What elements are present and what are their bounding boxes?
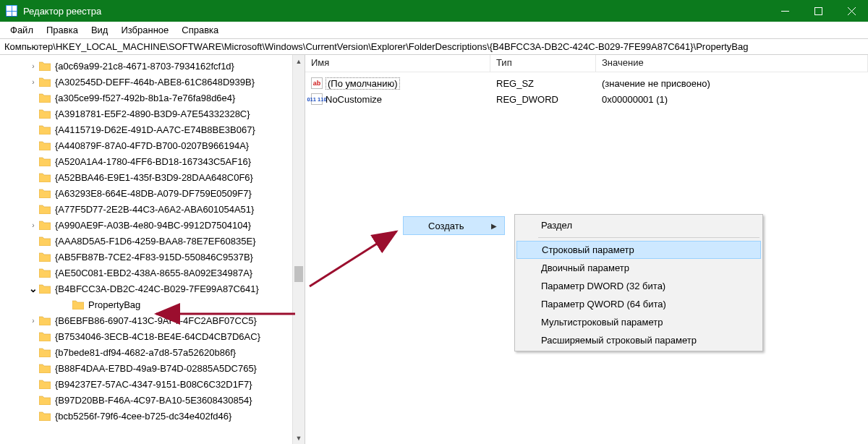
folder-icon xyxy=(39,124,51,135)
tree-item[interactable]: {AB5FB87B-7CE2-4F83-915D-550846C9537B} xyxy=(0,249,292,265)
registry-tree[interactable]: ›{a0c69a99-21c8-4671-8703-7934162fcf1d}›… xyxy=(0,55,292,444)
values-header: Имя Тип Значение xyxy=(305,55,868,72)
menu-help[interactable]: Справка xyxy=(176,23,224,37)
header-type[interactable]: Тип xyxy=(490,55,596,72)
folder-icon xyxy=(39,220,51,230)
menu-item-label: Строковый параметр xyxy=(542,244,634,255)
tree-item[interactable]: {A440879F-87A0-4F7D-B700-0207B966194A} xyxy=(0,137,292,153)
tree-item[interactable]: {AAA8D5A5-F1D6-4259-BAA8-78E7EF60835E} xyxy=(0,233,292,249)
tree-item-label: {B94237E7-57AC-4347-9151-B08C6C32D1F7} xyxy=(55,379,252,390)
header-value[interactable]: Значение xyxy=(596,55,868,72)
minimize-button[interactable] xyxy=(768,0,801,22)
tree-item-label: {AB5FB87B-7CE2-4F83-915D-550846C9537B} xyxy=(55,252,253,262)
tree-item-label: {A990AE9F-A03B-4e80-94BC-9912D7504104} xyxy=(55,220,251,231)
tree-item-label: {B4BFCC3A-DB2C-424C-B029-7FE99A87C641} xyxy=(55,283,259,294)
menu-edit[interactable]: Правка xyxy=(41,23,84,37)
value-name: NoCustomize xyxy=(326,94,382,105)
value-name: (По умолчанию) xyxy=(326,77,400,90)
tree-item[interactable]: {A52BBA46-E9E1-435f-B3D9-28DAA648C0F6} xyxy=(0,169,292,185)
tree-item[interactable]: {b7bede81-df94-4682-a7d8-57a52620b86f} xyxy=(0,344,292,360)
tree-item[interactable]: {A77F5D77-2E2B-44C3-A6A2-ABA601054A51} xyxy=(0,201,292,217)
tree-item[interactable]: ›{B6EBFB86-6907-413C-9AF7-4FC2ABF07CC5} xyxy=(0,312,292,328)
string-value-icon: ab xyxy=(311,77,323,89)
tree-item[interactable]: {B97D20BB-F46A-4C97-BA10-5E3608430854} xyxy=(0,392,292,408)
tree-item-label: {bcb5256f-79f6-4cee-b725-dc34e402fd46} xyxy=(55,411,231,422)
menu-file[interactable]: Файл xyxy=(4,23,39,37)
menu-item[interactable]: Параметр DWORD (32 бита) xyxy=(516,277,761,295)
folder-icon xyxy=(39,347,51,357)
values-list[interactable]: ab(По умолчанию)REG_SZ(значение не присв… xyxy=(305,72,868,107)
context-menu-create-label: Создать xyxy=(428,221,464,231)
menu-favorites[interactable]: Избранное xyxy=(115,23,174,37)
value-data: (значение не присвоено) xyxy=(596,78,868,89)
folder-icon xyxy=(39,283,51,294)
tree-item-label: {AE50C081-EBD2-438A-8655-8A092E34987A} xyxy=(55,268,252,278)
tree-item-label: {B97D20BB-F46A-4C97-BA10-5E3608430854} xyxy=(55,395,252,406)
menu-view[interactable]: Вид xyxy=(85,23,114,37)
folder-icon xyxy=(39,379,51,389)
menu-item-label: Расширяемый строковый параметр xyxy=(541,335,697,346)
value-row[interactable]: 011 110NoCustomizeREG_DWORD0x00000001 (1… xyxy=(305,91,868,107)
close-button[interactable] xyxy=(835,0,868,22)
folder-icon xyxy=(39,188,51,198)
value-type: REG_DWORD xyxy=(490,94,596,105)
tree-item[interactable]: ›{A990AE9F-A03B-4e80-94BC-9912D7504104} xyxy=(0,217,292,233)
address-text: Компьютер\HKEY_LOCAL_MACHINE\SOFTWARE\Mi… xyxy=(4,41,748,52)
folder-icon xyxy=(39,140,51,150)
tree-item[interactable]: {AE50C081-EBD2-438A-8655-8A092E34987A} xyxy=(0,265,292,281)
folder-icon xyxy=(39,61,51,71)
tree-item-label: {AAA8D5A5-F1D6-4259-BAA8-78E7EF60835E} xyxy=(55,236,256,247)
tree-item[interactable]: ›{A302545D-DEFF-464b-ABE8-61C8648D939B} xyxy=(0,74,292,90)
menu-item[interactable]: Строковый параметр xyxy=(516,241,761,259)
menu-separator xyxy=(538,237,760,238)
tree-item[interactable]: {B7534046-3ECB-4C18-BE4E-64CD4CB7D6AC} xyxy=(0,328,292,344)
menu-item-label: Параметр QWORD (64 бита) xyxy=(541,299,666,309)
context-menu-create[interactable]: Создать ▶ xyxy=(403,216,505,235)
folder-icon xyxy=(39,108,51,119)
tree-item[interactable]: {A3918781-E5F2-4890-B3D9-A7E54332328C} xyxy=(0,106,292,121)
folder-icon xyxy=(39,411,51,421)
tree-item[interactable]: {A4115719-D62E-491D-AA7C-E74B8BE3B067} xyxy=(0,121,292,137)
titlebar: Редактор реестра xyxy=(0,0,868,22)
menu-item[interactable]: Расширяемый строковый параметр xyxy=(516,331,761,349)
folder-icon xyxy=(39,268,51,278)
tree-item-label: {B7534046-3ECB-4C18-BE4E-64CD4CB7D6AC} xyxy=(55,331,260,342)
tree-scrollbar[interactable]: ▲ ▼ xyxy=(292,55,305,444)
address-bar[interactable]: Компьютер\HKEY_LOCAL_MACHINE\SOFTWARE\Mi… xyxy=(0,39,868,55)
tree-item[interactable]: {B88F4DAA-E7BD-49a9-B74D-02885A5DC765} xyxy=(0,360,292,376)
folder-icon xyxy=(39,156,51,166)
tree-item-label: {A3918781-E5F2-4890-B3D9-A7E54332328C} xyxy=(55,108,250,119)
tree-item[interactable]: PropertyBag xyxy=(0,296,292,312)
menu-item[interactable]: Мультистроковый параметр xyxy=(516,313,761,331)
chevron-right-icon[interactable]: › xyxy=(29,78,38,86)
context-submenu: РазделСтроковый параметрДвоичный парамет… xyxy=(514,214,763,351)
tree-item[interactable]: {a305ce99-f527-492b-8b1a-7e76fa98d6e4} xyxy=(0,90,292,106)
scroll-thumb[interactable] xyxy=(294,266,303,282)
scroll-down-button[interactable]: ▼ xyxy=(293,432,305,444)
folder-icon xyxy=(39,331,51,341)
menu-item[interactable]: Параметр QWORD (64 бита) xyxy=(516,295,761,313)
maximize-button[interactable] xyxy=(801,0,835,22)
tree-item-label: {A4115719-D62E-491D-AA7C-E74B8BE3B067} xyxy=(55,124,255,135)
header-name[interactable]: Имя xyxy=(305,55,490,72)
chevron-down-icon[interactable]: ⌄ xyxy=(29,283,38,294)
tree-item-label: {a305ce99-f527-492b-8b1a-7e76fa98d6e4} xyxy=(55,93,235,103)
tree-item-label: {a0c69a99-21c8-4671-8703-7934162fcf1d} xyxy=(55,61,234,72)
folder-icon xyxy=(39,315,51,325)
scroll-up-button[interactable]: ▲ xyxy=(293,55,305,67)
tree-item[interactable]: ⌄{B4BFCC3A-DB2C-424C-B029-7FE99A87C641} xyxy=(0,281,292,296)
tree-item-label: {b7bede81-df94-4682-a7d8-57a52620b86f} xyxy=(55,347,236,358)
menu-item[interactable]: Раздел xyxy=(516,216,761,234)
tree-item[interactable]: ›{a0c69a99-21c8-4671-8703-7934162fcf1d} xyxy=(0,58,292,74)
tree-item-label: {A52BBA46-E9E1-435f-B3D9-28DAA648C0F6} xyxy=(55,172,253,183)
value-row[interactable]: ab(По умолчанию)REG_SZ(значение не присв… xyxy=(305,75,868,91)
tree-item[interactable]: {A520A1A4-1780-4FF6-BD18-167343C5AF16} xyxy=(0,153,292,169)
menu-item[interactable]: Двоичный параметр xyxy=(516,259,761,277)
menu-item-label: Двоичный параметр xyxy=(541,262,629,273)
chevron-right-icon[interactable]: › xyxy=(29,221,38,229)
tree-item[interactable]: {B94237E7-57AC-4347-9151-B08C6C32D1F7} xyxy=(0,376,292,392)
chevron-right-icon[interactable]: › xyxy=(29,317,38,325)
chevron-right-icon[interactable]: › xyxy=(29,62,38,70)
tree-item[interactable]: {bcb5256f-79f6-4cee-b725-dc34e402fd46} xyxy=(0,408,292,424)
tree-item[interactable]: {A63293E8-664E-48DB-A079-DF759E0509F7} xyxy=(0,185,292,201)
